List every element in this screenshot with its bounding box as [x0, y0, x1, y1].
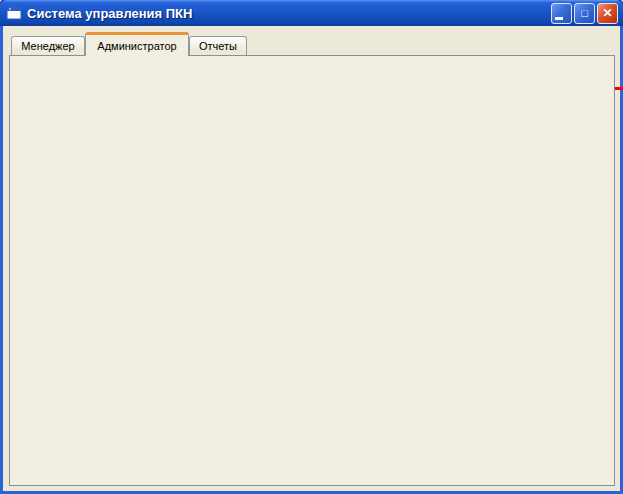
minimize-icon — [555, 17, 563, 20]
maximize-icon: □ — [581, 7, 588, 19]
tab-reports[interactable]: Отчеты — [189, 36, 247, 56]
title-bar[interactable]: Система управления ПКН □ ✕ — [0, 0, 623, 26]
maximize-button[interactable]: □ — [574, 3, 595, 24]
close-icon: ✕ — [602, 6, 612, 20]
administrator-tab-page — [9, 55, 615, 486]
window-title: Система управления ПКН — [27, 6, 551, 21]
form-icon — [6, 5, 22, 21]
close-button[interactable]: ✕ — [597, 3, 618, 24]
app-window: Система управления ПКН □ ✕ Менеджер Адми… — [0, 0, 623, 494]
tab-manager[interactable]: Менеджер — [11, 36, 85, 56]
minimize-button[interactable] — [551, 3, 572, 24]
tab-administrator[interactable]: Администратор — [85, 32, 189, 56]
